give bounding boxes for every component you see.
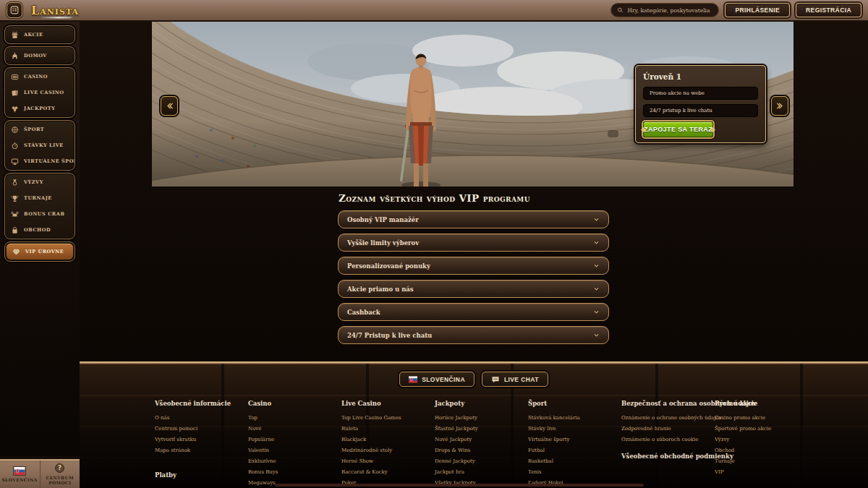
hero-banner: Úroveň 1 Promo akcie na webe24/7 pristup… [152, 22, 793, 187]
footer-link-top-live-casino-games[interactable]: Top Live Casino Games [341, 415, 435, 421]
question-icon: ? [55, 463, 64, 473]
live-chat-label: LIVE CHAT [504, 376, 539, 383]
horizontal-scrollbar[interactable] [275, 484, 644, 487]
sidebar-language-label: SLOVENČINA [2, 477, 38, 482]
footer-link-exkluz-vne[interactable]: Exkluzívne [248, 458, 341, 464]
footer-column-title: Bezpečnosť a ochrana osobných údajov [621, 400, 715, 407]
footer-link-ruleta[interactable]: Ruleta [341, 426, 435, 432]
footer-link-virtu-lne-porty[interactable]: Virtuálne športy [528, 437, 621, 442]
vip-benefit-cashback[interactable]: Cashback [338, 303, 609, 321]
accordion-label: Cashback [347, 309, 380, 316]
footer-link-st-vky-live[interactable]: Stávky live [528, 426, 621, 432]
footer-link-o-n-s[interactable]: O nás [155, 415, 248, 421]
sidebar-item-casino[interactable]: CASINO [5, 69, 75, 85]
sidebar-group: VÝZVYTURNAJEBONUS CRABOBCHOD [4, 173, 75, 239]
sidebar-item-v-zvy[interactable]: VÝZVY [5, 174, 75, 190]
sidebar-item-port[interactable]: ŠPORT [5, 121, 75, 137]
cards-icon [11, 89, 19, 97]
footer-link-obchod[interactable]: Obchod [715, 448, 808, 453]
footer-column-live-casino: Live CasinoTop Live Casino GamesRuletaBl… [341, 400, 435, 488]
footer-link-top[interactable]: Top [248, 415, 341, 421]
search-input[interactable] [627, 7, 712, 14]
sidebar-help-button[interactable]: ? CENTRUM POMOCI [40, 461, 80, 488]
footer-link-denn-jackpoty[interactable]: Denné Jackpoty [435, 458, 528, 464]
footer-column-title: Platby [155, 471, 248, 479]
footer-link-blackjack[interactable]: Blackjack [341, 437, 435, 442]
chevron-down-icon [593, 239, 600, 246]
carousel-next-button[interactable] [771, 96, 788, 116]
footer-link-nov-jackpoty[interactable]: Nové Jackpoty [435, 437, 528, 442]
footer-link-turnaje[interactable]: Turnaje [715, 458, 808, 464]
slovak-flag-icon [14, 467, 25, 475]
footer-link-v-zvy[interactable]: Výzvy [715, 437, 808, 442]
search-icon [617, 7, 624, 14]
sidebar-item-obchod[interactable]: OBCHOD [5, 222, 75, 238]
vip-benefit-vy-ie-limity-v-berov[interactable]: Vyššie limity výberov [338, 234, 609, 252]
footer-link-valent-n[interactable]: Valentín [248, 448, 341, 453]
page-footer: SLOVENČINA LIVE CHAT Všeobecné informáci… [80, 361, 868, 488]
search-bar[interactable] [610, 3, 719, 17]
sidebar-item-label: TURNAJE [24, 195, 52, 201]
carousel-prev-button[interactable] [161, 96, 178, 116]
footer-link-drops-wins[interactable]: Drops & Wins [435, 448, 528, 453]
footer-link-st-vkov-kancel-ria[interactable]: Stávková kancelária [528, 415, 621, 421]
sidebar-language-button[interactable]: SLOVENČINA [0, 461, 40, 488]
sidebar-item-st-vky-live[interactable]: STÁVKY LIVE [5, 137, 75, 153]
footer-link-casino-promo-akcie[interactable]: Casino promo akcie [715, 415, 808, 421]
footer-link-zodpovedn-hranie[interactable]: Zodpovedné hranie [621, 426, 715, 432]
footer-column-title: Live Casino [341, 400, 435, 407]
footer-link-popul-rne[interactable]: Populárne [248, 437, 341, 442]
live-chat-button[interactable]: LIVE CHAT [482, 372, 548, 387]
footer-link-hor-ce-jackpoty[interactable]: Horúce Jackpoty [435, 415, 528, 421]
footer-link-vip[interactable]: VIP [715, 469, 808, 475]
sidebar-group: AKCIE [4, 25, 75, 44]
vip-benefit-akcie-priamo-u-n-s[interactable]: Akcie priamo u nás [338, 280, 609, 298]
footer-link-baccarat-kocky[interactable]: Baccarat & Kocky [341, 469, 435, 475]
footer-link-ozn-menie-o-s-boroch-cookie[interactable]: Oznámenie o súboroch cookie [621, 437, 715, 442]
footer-link-futbal[interactable]: Futbal [528, 448, 621, 453]
logo[interactable]: Lanista [31, 4, 79, 17]
sidebar-group: CASINOLIVE CASINOJACKPOTY [4, 67, 75, 118]
join-now-button[interactable]: ZAPOJTE SA TERAZ [643, 121, 713, 137]
footer-link-vytvori-skratku[interactable]: Vytvoriť skratku [155, 437, 248, 442]
footer-link-nov[interactable]: Nové [248, 426, 341, 432]
footer-link-basketbal[interactable]: Basketbal [528, 458, 621, 464]
vip-benefit-osobn-vip-mana-r[interactable]: Osobný VIP manažér [338, 210, 609, 228]
sidebar-item-vip-rovne[interactable]: VIP ÚROVNE [7, 244, 73, 260]
sidebar-item-label: ŠPORT [24, 127, 44, 132]
chevron-down-icon [593, 216, 600, 223]
sidebar-item-label: CASINO [24, 74, 48, 80]
footer-column-title: Šport [528, 400, 621, 407]
footer-link-centrum-pomoci[interactable]: Centrum pomoci [155, 426, 248, 432]
sidebar-item-akcie[interactable]: AKCIE [5, 27, 75, 43]
sidebar-item-turnaje[interactable]: TURNAJE [5, 190, 75, 206]
sidebar-group: VIP ÚROVNE [4, 241, 75, 262]
accordion-label: Personalizované ponuky [347, 262, 430, 270]
footer-link-astn-jackpoty[interactable]: Šťastné Jackpoty [435, 426, 528, 432]
menu-icon[interactable] [7, 2, 22, 18]
vip-benefit-personalizovan-ponuky[interactable]: Personalizované ponuky [338, 257, 609, 275]
footer-link-medzin-rodn-stoly[interactable]: Medzinárodné stoly [341, 448, 435, 453]
sidebar-item-domov[interactable]: DOMOV [5, 48, 75, 64]
login-button[interactable]: PRIHLÁSENIE [725, 3, 790, 17]
vip-benefit-24-7-pristup-k-live-chatu[interactable]: 24/7 Pristup k live chatu [338, 326, 609, 344]
footer-language-button[interactable]: SLOVENČINA [399, 372, 475, 387]
sidebar-item-bonus-crab[interactable]: BONUS CRAB [5, 206, 75, 222]
footer-link-mapa-str-nok[interactable]: Mapa stránok [155, 448, 248, 453]
monitor-icon [11, 158, 19, 166]
level-perks: Promo akcie na webe24/7 pristup k live c… [643, 87, 758, 117]
sidebar-item-live-casino[interactable]: LIVE CASINO [5, 85, 75, 100]
footer-column-title: Jackpoty [435, 400, 528, 407]
footer-link-ozn-menie-o-ochrane-osobn-ch-dajov[interactable]: Oznámenie o ochrane osobných údajov [621, 415, 715, 421]
sidebar-item-virtu-lne-porty[interactable]: VIRTUÁLNE ŠPORTY [5, 153, 75, 169]
sidebar-item-jackpoty[interactable]: JACKPOTY [5, 100, 75, 116]
chevron-down-icon [593, 309, 600, 315]
footer-link-bonus-buys[interactable]: Bonus Buys [248, 469, 341, 475]
medal-icon [11, 179, 19, 187]
footer-link-hern-show[interactable]: Herné Show [341, 458, 435, 464]
footer-link-portov-promo-akcie[interactable]: Športové promo akcie [715, 426, 808, 432]
footer-link-jackpot-hra[interactable]: Jackpot hra [435, 469, 528, 475]
footer-link-tenis[interactable]: Tenis [528, 469, 621, 475]
register-button[interactable]: REGISTRÁCIA [796, 3, 861, 17]
footer-column-port: ŠportStávková kanceláriaStávky liveVirtu… [528, 400, 621, 488]
